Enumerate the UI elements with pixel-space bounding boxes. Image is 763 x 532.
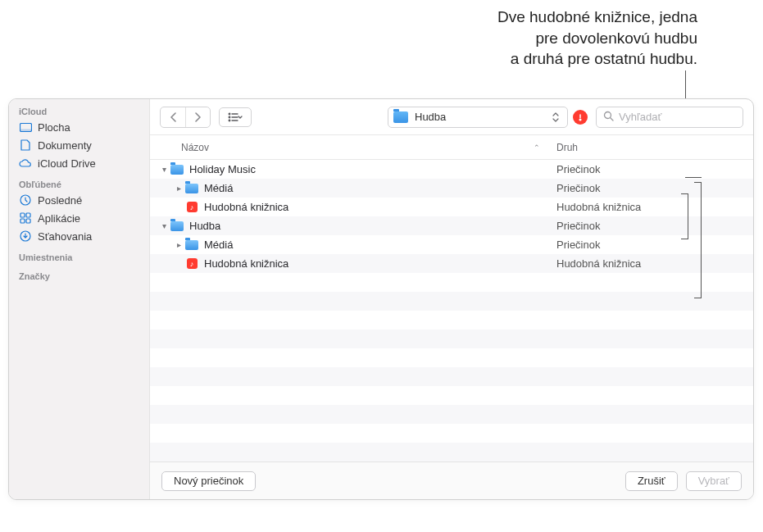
svg-point-12 bbox=[229, 120, 230, 121]
svg-line-17 bbox=[611, 117, 614, 120]
content-area: Hudba Názov bbox=[150, 99, 753, 499]
sidebar-item-label: Posledné bbox=[38, 194, 82, 207]
sidebar-item-label: Aplikácie bbox=[38, 212, 80, 225]
empty-row bbox=[150, 348, 753, 367]
search-input[interactable] bbox=[619, 111, 736, 123]
column-name-header[interactable]: Názov bbox=[181, 142, 534, 153]
sidebar-item-icloud-drive[interactable]: iCloud Drive bbox=[9, 154, 149, 172]
view-mode-button[interactable] bbox=[219, 107, 252, 127]
document-icon bbox=[19, 139, 32, 152]
sidebar-item-downloads[interactable]: Sťahovania bbox=[9, 227, 149, 245]
disclosure-triangle-icon[interactable]: ▾ bbox=[158, 165, 170, 174]
back-button[interactable] bbox=[161, 107, 185, 127]
empty-row bbox=[150, 311, 753, 330]
empty-row bbox=[150, 367, 753, 386]
empty-row bbox=[150, 273, 753, 292]
file-name: Hudobná knižnica bbox=[204, 201, 548, 213]
sidebar-item-label: Sťahovania bbox=[38, 230, 92, 243]
file-list[interactable]: ▾Holiday MusicPriečinok▸MédiáPriečinok♪H… bbox=[150, 160, 753, 462]
empty-row bbox=[150, 424, 753, 443]
folder-icon bbox=[184, 239, 199, 251]
svg-rect-4 bbox=[26, 213, 30, 217]
download-icon bbox=[19, 230, 32, 243]
svg-point-10 bbox=[229, 116, 230, 118]
sidebar-section-tags: Značky bbox=[9, 269, 149, 283]
file-row[interactable]: ▸MédiáPriečinok bbox=[150, 179, 753, 198]
file-kind: Hudobná knižnica bbox=[548, 201, 753, 213]
empty-row bbox=[150, 330, 753, 348]
cloud-icon bbox=[19, 157, 32, 170]
file-kind: Hudobná knižnica bbox=[548, 257, 753, 270]
search-field[interactable] bbox=[596, 107, 743, 128]
desktop-icon bbox=[19, 120, 32, 134]
location-label: Hudba bbox=[415, 111, 446, 123]
sidebar-item-desktop[interactable]: Plocha bbox=[9, 118, 149, 136]
file-name: Médiá bbox=[204, 239, 548, 251]
chevron-updown-icon bbox=[551, 112, 561, 122]
svg-rect-6 bbox=[26, 219, 30, 223]
location-popup[interactable]: Hudba bbox=[388, 107, 568, 128]
column-name-label: Názov bbox=[181, 142, 209, 153]
sidebar-item-label: Plocha bbox=[38, 121, 70, 134]
sidebar-item-documents[interactable]: Dokumenty bbox=[9, 136, 149, 154]
file-row[interactable]: ♪Hudobná knižnicaHudobná knižnica bbox=[150, 198, 753, 216]
sort-indicator-icon: ⌃ bbox=[534, 143, 540, 152]
sidebar-item-label: Dokumenty bbox=[38, 139, 92, 152]
file-picker-window: iCloud Plocha Dokumenty iCloud Drive Obľ bbox=[8, 98, 754, 500]
file-name: Hudobná knižnica bbox=[204, 257, 548, 270]
svg-rect-5 bbox=[20, 219, 25, 223]
svg-rect-3 bbox=[20, 213, 25, 217]
column-kind-header[interactable]: Druh bbox=[548, 142, 753, 153]
empty-row bbox=[150, 386, 753, 405]
cancel-button[interactable]: Zrušiť bbox=[625, 471, 678, 491]
folder-icon bbox=[184, 183, 199, 194]
sidebar-section-locations: Umiestnenia bbox=[9, 250, 149, 264]
file-row[interactable]: ▾HudbaPriečinok bbox=[150, 216, 753, 235]
sidebar-item-recents[interactable]: Posledné bbox=[9, 191, 149, 209]
file-name: Hudba bbox=[189, 220, 548, 232]
forward-button[interactable] bbox=[185, 107, 210, 127]
bottom-bar: Nový priečinok Zrušiť Vybrať bbox=[150, 462, 753, 499]
callout-bracket-inner bbox=[682, 193, 688, 239]
svg-point-8 bbox=[229, 113, 230, 115]
search-icon bbox=[603, 111, 614, 124]
new-folder-label: Nový priečinok bbox=[174, 475, 243, 487]
disclosure-triangle-icon[interactable]: ▸ bbox=[173, 240, 184, 249]
folder-icon bbox=[393, 111, 408, 123]
sidebar-section-favorites: Obľúbené bbox=[9, 177, 149, 191]
callout-bracket-tick bbox=[685, 177, 702, 178]
annotation-line: pre dovolenkovú hudbu bbox=[386, 28, 697, 49]
new-folder-button[interactable]: Nový priečinok bbox=[161, 471, 256, 491]
choose-label: Vybrať bbox=[698, 475, 729, 487]
clock-icon bbox=[19, 193, 32, 207]
disclosure-triangle-icon[interactable]: ▾ bbox=[158, 221, 170, 230]
music-library-icon: ♪ bbox=[184, 258, 199, 270]
sidebar: iCloud Plocha Dokumenty iCloud Drive Obľ bbox=[9, 99, 150, 499]
annotation-callout: Dve hudobné knižnice, jedna pre dovolenk… bbox=[386, 7, 697, 70]
empty-row bbox=[150, 443, 753, 462]
file-name: Médiá bbox=[204, 182, 548, 194]
choose-button[interactable]: Vybrať bbox=[686, 471, 742, 491]
folder-icon bbox=[170, 221, 184, 232]
alert-badge[interactable] bbox=[573, 110, 588, 125]
file-row[interactable]: ▾Holiday MusicPriečinok bbox=[150, 160, 753, 179]
disclosure-triangle-icon[interactable]: ▸ bbox=[173, 184, 184, 193]
annotation-line: Dve hudobné knižnice, jedna bbox=[386, 7, 697, 28]
nav-buttons bbox=[160, 107, 211, 128]
cancel-label: Zrušiť bbox=[638, 475, 665, 487]
sidebar-item-applications[interactable]: Aplikácie bbox=[9, 209, 149, 227]
file-kind: Priečinok bbox=[548, 220, 753, 232]
file-row[interactable]: ♪Hudobná knižnicaHudobná knižnica bbox=[150, 254, 753, 273]
file-kind: Priečinok bbox=[548, 239, 753, 251]
file-row[interactable]: ▸MédiáPriečinok bbox=[150, 235, 753, 254]
empty-row bbox=[150, 292, 753, 311]
sidebar-section-icloud: iCloud bbox=[9, 104, 149, 118]
folder-icon bbox=[170, 164, 184, 175]
svg-point-15 bbox=[579, 119, 581, 120]
file-kind: Priečinok bbox=[548, 163, 753, 175]
sidebar-item-label: iCloud Drive bbox=[38, 157, 96, 170]
apps-icon bbox=[19, 211, 32, 225]
toolbar: Hudba bbox=[150, 99, 753, 135]
file-name: Holiday Music bbox=[189, 163, 548, 175]
callout-bracket-outer bbox=[695, 182, 702, 298]
